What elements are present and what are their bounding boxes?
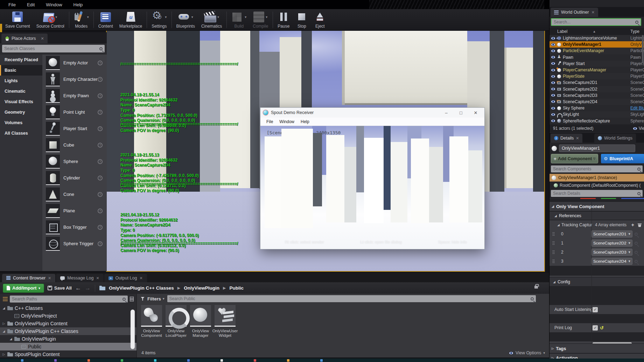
outliner-row-onlyviewmanager1[interactable]: OnlyViewManager1 OnlyViewManager bbox=[550, 41, 644, 48]
actor-type[interactable]: Edit Blueprint bbox=[630, 106, 644, 111]
outliner-view-options[interactable]: View Options bbox=[633, 126, 644, 131]
outliner-row-scenecapture2d1[interactable]: SceneCapture2D1 SceneCapture2D bbox=[550, 79, 644, 86]
search-assets-input[interactable]: Search Public bbox=[167, 295, 536, 302]
asset-onlyview-component[interactable]: OnlyViewComponent bbox=[141, 305, 162, 338]
capture-select-dropdown[interactable]: SceneCapture2D1▼ bbox=[591, 230, 632, 237]
reset-to-default-icon[interactable]: ↺ bbox=[600, 325, 604, 331]
tree-item-onlyviewproject[interactable]: C+ OnlyViewProject bbox=[0, 312, 136, 320]
section-references[interactable]: ◢ References bbox=[550, 211, 644, 220]
category-basic[interactable]: Basic bbox=[0, 65, 42, 76]
tab-world-outliner[interactable]: World Outliner ✕ bbox=[551, 8, 598, 17]
toolbar-save-current-button[interactable]: Save Current bbox=[2, 9, 33, 30]
visibility-eye-icon[interactable] bbox=[551, 94, 555, 97]
outliner-row-scenecapture2d3[interactable]: SceneCapture2D3 SceneCapture2D bbox=[550, 92, 644, 99]
windows-taskbar[interactable] bbox=[0, 359, 644, 362]
toolbar-stop-button[interactable]: Stop bbox=[293, 9, 311, 30]
tree-item-onlyviewplugin-content[interactable]: ▷ OnlyViewPlugin Content bbox=[0, 320, 136, 327]
component-instance-row[interactable]: OnlyViewManager1 (Instance) bbox=[550, 174, 644, 182]
toolbar-eject-button[interactable]: Eject bbox=[311, 9, 329, 30]
visibility-eye-icon[interactable] bbox=[551, 56, 555, 59]
tab-place-actors[interactable]: Place Actors ✕ bbox=[1, 34, 48, 43]
category-recently-placed[interactable]: Recently Placed bbox=[0, 55, 42, 65]
taskbar-app-icon[interactable] bbox=[21, 359, 23, 362]
toolbar-cinematics-button[interactable]: ▾ Cinematics bbox=[198, 9, 225, 30]
asset-onlyview-manager[interactable]: OnlyViewManager bbox=[190, 305, 211, 338]
expand-arrow-icon[interactable]: ▷ bbox=[2, 353, 6, 356]
visibility-eye-icon[interactable] bbox=[551, 43, 555, 46]
toolbar-settings-button[interactable]: ▾ Settings bbox=[148, 9, 170, 30]
toolbar-modes-button[interactable]: ▾ Modes bbox=[71, 9, 92, 30]
minimize-icon[interactable]: – bbox=[440, 110, 452, 115]
visibility-eye-icon[interactable] bbox=[551, 81, 555, 84]
taskbar-app-icon[interactable] bbox=[220, 359, 223, 362]
tab-details[interactable]: i Details ✕ bbox=[551, 134, 582, 143]
category-all-classes[interactable]: All Classes bbox=[0, 128, 42, 139]
tree-item-c-classes[interactable]: ◢ C++ Classes bbox=[0, 304, 136, 312]
visibility-eye-icon[interactable] bbox=[551, 75, 555, 78]
toolbar-marketplace-button[interactable]: Marketplace bbox=[116, 9, 145, 30]
asset-onlyview-localplayer[interactable]: OnlyViewLocalPlayer bbox=[165, 305, 187, 338]
tree-item-public[interactable]: C+ Public bbox=[0, 343, 136, 350]
place-actor-box-trigger[interactable]: Box Trigger ? bbox=[42, 219, 107, 235]
taskbar-app-icon[interactable] bbox=[154, 359, 156, 362]
search-paths-input[interactable]: Search Paths bbox=[10, 296, 128, 303]
tab-output-log[interactable]: >Output Log✕ bbox=[104, 274, 147, 282]
place-actor-plane[interactable]: Plane ? bbox=[42, 203, 107, 219]
taskbar-app-icon[interactable] bbox=[187, 359, 190, 362]
taskbar-app-icon[interactable] bbox=[121, 359, 123, 362]
outliner-row-sky-sphere[interactable]: Sky Sphere Edit Blueprint bbox=[550, 105, 644, 111]
save-all-button[interactable]: Save All bbox=[48, 285, 72, 291]
forward-arrow-icon[interactable]: → bbox=[85, 285, 91, 292]
outliner-search-input[interactable]: Search... bbox=[551, 18, 641, 26]
expand-arrow-icon[interactable]: ▷ bbox=[2, 322, 6, 325]
outliner-row-scenecapture2d4[interactable]: SceneCapture2D4 SceneCapture2D bbox=[550, 99, 644, 105]
search-details-input[interactable]: Search Details bbox=[551, 190, 643, 197]
browse-icon[interactable] bbox=[635, 242, 638, 245]
taskbar-app-icon[interactable] bbox=[88, 359, 90, 362]
category-geometry[interactable]: Geometry bbox=[0, 107, 42, 118]
root-component-row[interactable]: RootComponent (DefaultRootComponent) ( bbox=[550, 182, 644, 189]
close-icon[interactable]: ✕ bbox=[470, 110, 482, 115]
sources-toggle-icon[interactable] bbox=[3, 297, 8, 301]
section-config[interactable]: ◢ Config bbox=[550, 277, 644, 286]
place-actor-empty-character[interactable]: Empty Character ? bbox=[42, 71, 107, 87]
spout-menu-window[interactable]: Window bbox=[276, 119, 298, 124]
tree-item-onlyviewplugin[interactable]: ◢ OnlyViewPlugin bbox=[0, 335, 136, 343]
checkbox[interactable]: ✔ bbox=[593, 307, 598, 312]
visibility-eye-icon[interactable] bbox=[551, 69, 555, 72]
spout-demo-receiver-window[interactable]: Spout Demo Receiver – □ ✕ FileWindowHelp… bbox=[260, 107, 485, 249]
place-actor-sphere[interactable]: Sphere ? bbox=[42, 153, 107, 170]
section-only-view-component[interactable]: ◢ Only View Component bbox=[550, 201, 644, 211]
tracking-captures-row[interactable]: ◢ Tracking Captures 4 Array elements + bbox=[550, 220, 644, 229]
expand-arrow-icon[interactable]: ◢ bbox=[9, 337, 13, 341]
place-actor-cube[interactable]: Cube ? bbox=[42, 137, 107, 153]
tab-message-log[interactable]: Message Log✕ bbox=[56, 274, 103, 282]
menu-file[interactable]: File bbox=[3, 0, 21, 9]
drag-handle-icon[interactable] bbox=[552, 250, 555, 254]
column-label[interactable]: Label bbox=[557, 29, 567, 34]
menu-window[interactable]: Window bbox=[40, 0, 68, 9]
blueprint-add-script-button[interactable]: ⚙ Blueprint/A bbox=[601, 154, 644, 163]
drag-handle-icon[interactable] bbox=[552, 232, 555, 236]
browse-icon[interactable] bbox=[635, 233, 638, 236]
taskbar-app-icon[interactable] bbox=[287, 359, 289, 362]
taskbar-app-icon[interactable] bbox=[54, 359, 57, 362]
outliner-row-spherereflectioncapture[interactable]: SphereReflectionCapture SphereReflection… bbox=[550, 118, 644, 124]
category-visual-effects[interactable]: Visual Effects bbox=[0, 97, 42, 107]
breadcrumb-onlyviewplugin[interactable]: OnlyViewPlugin bbox=[184, 285, 219, 291]
spout-menu-help[interactable]: Help bbox=[298, 119, 313, 124]
search-classes-input[interactable]: Search Classes bbox=[2, 45, 105, 52]
place-actor-empty-pawn[interactable]: Empty Pawn ? bbox=[42, 87, 107, 104]
close-icon[interactable]: ✕ bbox=[41, 36, 44, 41]
close-icon[interactable]: ✕ bbox=[48, 276, 51, 281]
back-arrow-icon[interactable]: ← bbox=[75, 285, 81, 292]
outliner-row-particleeventmanager[interactable]: ParticleEventManager ParticleEventManage… bbox=[550, 48, 644, 54]
outliner-row-playerstate[interactable]: PlayerState PlayerState bbox=[550, 73, 644, 79]
place-actor-cylinder[interactable]: Cylinder ? bbox=[42, 170, 107, 186]
place-actor-point-light[interactable]: Point Light ? bbox=[42, 104, 107, 120]
visibility-eye-icon[interactable] bbox=[551, 113, 555, 116]
drag-handle-icon[interactable] bbox=[552, 259, 555, 263]
expand-arrow-icon[interactable]: ◢ bbox=[2, 329, 6, 333]
place-actor-cone[interactable]: Cone ? bbox=[42, 186, 107, 203]
menu-help[interactable]: Help bbox=[68, 0, 89, 9]
